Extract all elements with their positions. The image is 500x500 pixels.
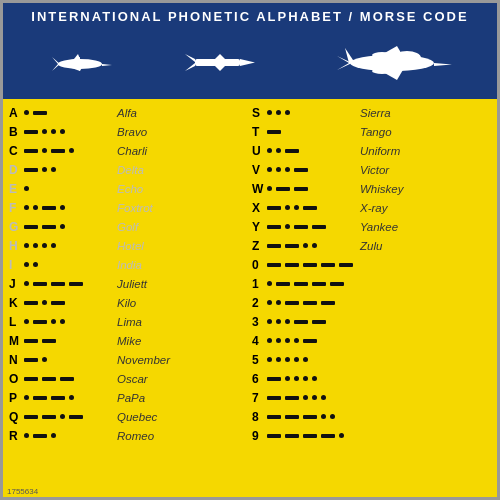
morse-cell — [267, 130, 357, 134]
letter-cell: 4 — [252, 334, 264, 348]
letter-cell: F — [9, 201, 21, 215]
svg-point-22 — [372, 68, 392, 74]
morse-cell — [24, 167, 114, 172]
table-row: 2 — [252, 293, 491, 312]
table-row: FFoxtrot — [9, 198, 248, 217]
table-row: TTango — [252, 122, 491, 141]
letter-cell: W — [252, 182, 264, 196]
table-row: BBravo — [9, 122, 248, 141]
word-cell: Oscar — [117, 373, 148, 385]
svg-marker-1 — [102, 64, 112, 66]
table-row: LLima — [9, 312, 248, 331]
morse-cell — [267, 110, 357, 115]
word-cell: Sierra — [360, 107, 391, 119]
word-cell: Mike — [117, 335, 141, 347]
word-cell: Whiskey — [360, 183, 403, 195]
morse-cell — [267, 376, 357, 381]
letter-cell: 0 — [252, 258, 264, 272]
morse-cell — [24, 148, 114, 153]
letter-cell: L — [9, 315, 21, 329]
word-cell: Victor — [360, 164, 389, 176]
svg-marker-10 — [185, 63, 195, 71]
table-row: JJuliett — [9, 274, 248, 293]
table-row: 1 — [252, 274, 491, 293]
word-cell: Kilo — [117, 297, 136, 309]
morse-cell — [24, 205, 114, 210]
letter-cell: 9 — [252, 429, 264, 443]
morse-cell — [24, 281, 114, 286]
word-cell: Hotel — [117, 240, 144, 252]
page-title: INTERNATIONAL PHONETIC ALPHABET / MORSE … — [3, 3, 497, 28]
table-row: WWhiskey — [252, 179, 491, 198]
morse-cell — [267, 167, 357, 172]
morse-cell — [267, 148, 357, 153]
letter-cell: 1 — [252, 277, 264, 291]
alphabet-section: AAlfaBBravoCCharliDDeltaEEchoFFoxtrotGGo… — [3, 99, 497, 486]
letter-cell: E — [9, 182, 21, 196]
letter-cell: I — [9, 258, 21, 272]
table-row: EEcho — [9, 179, 248, 198]
letter-cell: 2 — [252, 296, 264, 310]
morse-cell — [24, 339, 114, 343]
table-row: GGolf — [9, 217, 248, 236]
table-row: 6 — [252, 369, 491, 388]
word-cell: Lima — [117, 316, 142, 328]
table-row: AAlfa — [9, 103, 248, 122]
letter-cell: P — [9, 391, 21, 405]
svg-rect-7 — [195, 59, 240, 66]
plane-right-icon — [325, 34, 455, 89]
word-cell: India — [117, 259, 142, 271]
table-row: XX-ray — [252, 198, 491, 217]
morse-cell — [267, 338, 357, 343]
word-cell: Golf — [117, 221, 138, 233]
table-row: NNovember — [9, 350, 248, 369]
svg-marker-5 — [52, 57, 60, 64]
left-column: AAlfaBBravoCCharliDDeltaEEchoFFoxtrotGGo… — [9, 103, 248, 482]
table-row: VVictor — [252, 160, 491, 179]
letter-cell: 6 — [252, 372, 264, 386]
table-row: MMike — [9, 331, 248, 350]
svg-marker-8 — [240, 59, 255, 66]
morse-cell — [267, 414, 357, 419]
letter-cell: 3 — [252, 315, 264, 329]
letter-cell: Y — [252, 220, 264, 234]
plane-left-icon — [45, 37, 115, 87]
table-row: 9 — [252, 426, 491, 445]
morse-cell — [267, 263, 357, 267]
table-row: PPaPa — [9, 388, 248, 407]
morse-cell — [267, 224, 357, 229]
title-text: INTERNATIONAL PHONETIC ALPHABET / MORSE … — [31, 9, 468, 24]
word-cell: Juliett — [117, 278, 147, 290]
word-cell: Uniform — [360, 145, 400, 157]
table-row: IIndia — [9, 255, 248, 274]
morse-cell — [24, 129, 114, 134]
missile-center-icon — [180, 47, 260, 77]
right-column: SSierraTTangoUUniformVVictorWWhiskeyXX-r… — [252, 103, 491, 482]
table-row: UUniform — [252, 141, 491, 160]
word-cell: Delta — [117, 164, 144, 176]
word-cell: Foxtrot — [117, 202, 153, 214]
table-row: QQuebec — [9, 407, 248, 426]
table-row: KKilo — [9, 293, 248, 312]
word-cell: November — [117, 354, 170, 366]
svg-marker-11 — [215, 54, 225, 59]
image-id: 1755634 — [3, 486, 497, 497]
table-row: 8 — [252, 407, 491, 426]
letter-cell: V — [252, 163, 264, 177]
letter-cell: Q — [9, 410, 21, 424]
word-cell: Quebec — [117, 411, 157, 423]
morse-cell — [267, 281, 357, 286]
table-row: DDelta — [9, 160, 248, 179]
morse-cell — [267, 357, 357, 362]
letter-cell: C — [9, 144, 21, 158]
morse-cell — [267, 319, 357, 324]
table-row: OOscar — [9, 369, 248, 388]
morse-cell — [267, 243, 357, 248]
svg-point-21 — [372, 52, 392, 58]
morse-cell — [24, 377, 114, 381]
morse-cell — [24, 433, 114, 438]
morse-cell — [24, 110, 114, 115]
letter-cell: X — [252, 201, 264, 215]
table-row: 0 — [252, 255, 491, 274]
svg-marker-9 — [185, 54, 195, 62]
